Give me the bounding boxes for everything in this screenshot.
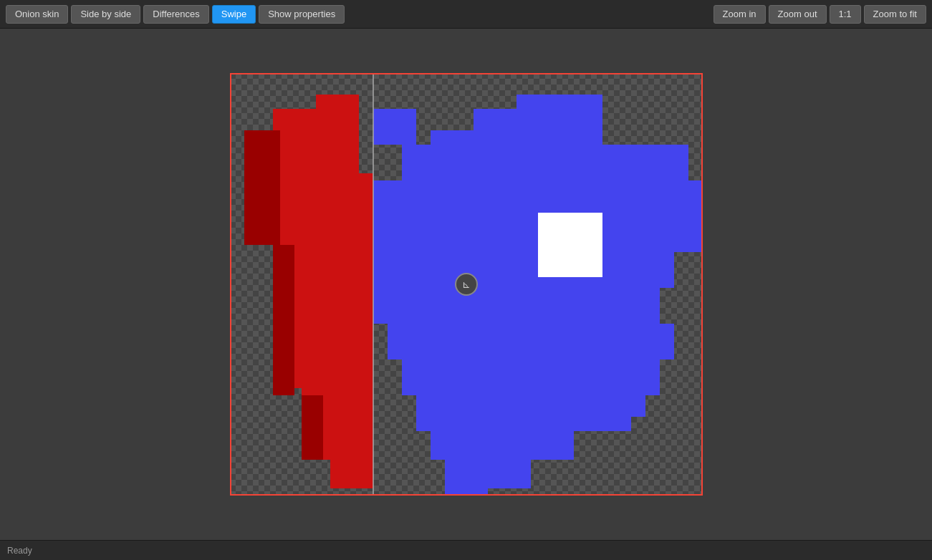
svg-rect-12 bbox=[273, 245, 294, 317]
zoom-1to1-button[interactable]: 1:1 bbox=[830, 5, 861, 24]
svg-rect-27 bbox=[373, 252, 674, 288]
svg-rect-28 bbox=[373, 288, 660, 324]
svg-rect-19 bbox=[302, 395, 323, 460]
svg-rect-33 bbox=[617, 359, 660, 395]
svg-rect-34 bbox=[602, 395, 645, 417]
svg-rect-18 bbox=[273, 317, 294, 395]
svg-rect-41 bbox=[538, 213, 602, 277]
swipe-button[interactable]: Swipe bbox=[212, 5, 256, 24]
swipe-arrow-icon: ⊾ bbox=[462, 279, 471, 290]
zoom-controls: Zoom in Zoom out 1:1 Zoom to fit bbox=[714, 5, 926, 24]
svg-rect-3 bbox=[316, 95, 359, 145]
svg-rect-14 bbox=[287, 352, 373, 388]
toolbar: Onion skin Side by side Differences Swip… bbox=[0, 0, 932, 29]
onion-skin-button[interactable]: Onion skin bbox=[6, 5, 68, 24]
svg-rect-39 bbox=[660, 180, 703, 216]
svg-rect-31 bbox=[416, 395, 631, 431]
zoom-out-button[interactable]: Zoom out bbox=[769, 5, 827, 24]
svg-rect-17 bbox=[330, 460, 373, 488]
status-text: Ready bbox=[7, 546, 32, 556]
svg-rect-16 bbox=[316, 424, 373, 460]
swipe-handle[interactable]: ⊾ bbox=[455, 273, 478, 296]
svg-rect-26 bbox=[373, 216, 674, 252]
main-canvas-area: ⊾ bbox=[0, 29, 932, 540]
svg-rect-40 bbox=[660, 216, 703, 252]
status-bar: Ready bbox=[0, 540, 932, 560]
svg-rect-38 bbox=[645, 145, 688, 180]
svg-rect-20 bbox=[373, 109, 416, 145]
differences-button[interactable]: Differences bbox=[143, 5, 209, 24]
svg-rect-32 bbox=[631, 324, 674, 359]
zoom-in-button[interactable]: Zoom in bbox=[714, 5, 766, 24]
side-by-side-button[interactable]: Side by side bbox=[71, 5, 140, 24]
svg-rect-30 bbox=[402, 359, 645, 395]
zoom-to-fit-button[interactable]: Zoom to fit bbox=[864, 5, 926, 24]
show-properties-button[interactable]: Show properties bbox=[259, 5, 345, 24]
svg-rect-11 bbox=[244, 209, 280, 245]
svg-rect-35 bbox=[431, 431, 574, 460]
svg-rect-24 bbox=[402, 145, 645, 180]
svg-rect-36 bbox=[445, 460, 531, 488]
svg-rect-37 bbox=[445, 488, 488, 496]
svg-rect-29 bbox=[388, 324, 660, 359]
svg-rect-10 bbox=[244, 130, 280, 209]
canvas-container[interactable]: ⊾ bbox=[230, 73, 703, 496]
svg-rect-25 bbox=[373, 180, 660, 216]
